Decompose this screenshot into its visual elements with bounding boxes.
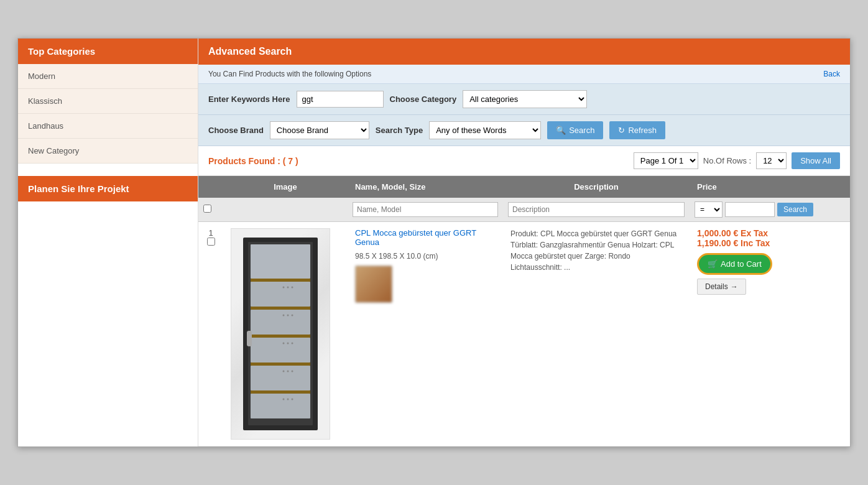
col-description: Description	[503, 176, 690, 198]
refresh-icon: ↻	[618, 126, 625, 135]
svg-point-15	[287, 287, 289, 289]
svg-point-26	[283, 399, 285, 400]
svg-rect-11	[251, 363, 310, 366]
product-number-cell: 1	[198, 222, 223, 446]
svg-point-18	[287, 315, 289, 316]
brand-label: Choose Brand	[208, 126, 264, 135]
content-area: Advanced Search You Can Find Products wi…	[198, 39, 850, 446]
svg-rect-4	[251, 310, 310, 335]
search-type-label: Search Type	[376, 126, 423, 135]
product-checkbox[interactable]	[207, 238, 215, 246]
rows-label: No.Of Rows :	[703, 156, 751, 165]
products-found: Products Found : ( 7 )	[208, 156, 298, 166]
svg-point-28	[292, 399, 293, 400]
svg-point-23	[283, 371, 285, 372]
door-illustration	[237, 234, 324, 433]
svg-rect-13	[247, 331, 252, 346]
svg-rect-12	[251, 390, 310, 394]
page-select[interactable]: Page 1 Of 1	[634, 152, 698, 169]
results-controls: Page 1 Of 1 No.Of Rows : 12 24 48 96 Sho…	[634, 152, 840, 169]
product-name-cell: CPL Mocca gebürstet quer GGRT Genua 98.5…	[348, 222, 503, 446]
cart-icon: 🛒	[708, 259, 718, 269]
top-categories-label: Top Categories	[28, 46, 95, 57]
product-thumbnail	[355, 266, 392, 303]
product-size: 98.5 X 198.5 X 10.0 (cm)	[355, 252, 496, 261]
product-number: 1	[208, 228, 213, 238]
price-inc-tax: 1,190.00 € Inc Tax	[697, 238, 843, 248]
svg-point-16	[292, 287, 293, 289]
details-button[interactable]: Details →	[697, 279, 746, 295]
show-all-button[interactable]: Show All	[792, 152, 840, 169]
svg-rect-7	[251, 394, 310, 418]
page-wrapper: Top Categories Modern Klassisch Landhaus…	[17, 38, 851, 447]
main-layout: Top Categories Modern Klassisch Landhaus…	[18, 39, 850, 446]
search-type-select[interactable]: Any of these Words All of these Words Ex…	[429, 121, 541, 139]
price-value-input[interactable]	[725, 202, 775, 217]
filter-row: = < > <= >= Search	[198, 198, 850, 222]
svg-rect-2	[251, 244, 310, 279]
col-price: Price	[690, 176, 850, 198]
refresh-button[interactable]: ↻ Refresh	[609, 121, 665, 139]
keywords-input[interactable]	[297, 91, 384, 108]
sidebar-item-new-category[interactable]: New Category	[18, 139, 198, 164]
product-desc-cell: Produkt: CPL Mocca gebürstet quer GGRT G…	[503, 222, 690, 446]
col-image: Image	[223, 176, 348, 198]
svg-point-17	[283, 315, 285, 316]
svg-point-14	[283, 287, 285, 289]
filter-name-cell	[348, 198, 503, 222]
filter-desc-input[interactable]	[508, 202, 685, 217]
svg-rect-10	[251, 335, 310, 338]
svg-point-25	[292, 371, 293, 372]
filter-desc-cell	[503, 198, 690, 222]
product-image-cell	[223, 222, 348, 446]
rows-select[interactable]: 12 24 48 96	[756, 152, 787, 169]
search-description-text: You Can Find Products with the following…	[208, 70, 371, 78]
filter-name-input[interactable]	[353, 202, 498, 217]
product-price-cell: 1,000.00 € Ex Tax 1,190.00 € Inc Tax 🛒 A…	[690, 222, 850, 446]
price-search-button[interactable]: Search	[777, 203, 813, 216]
filter-checkbox-cell	[198, 198, 223, 222]
arrow-right-icon: →	[731, 282, 738, 291]
svg-point-19	[292, 315, 293, 316]
brand-select[interactable]: Choose Brand	[270, 121, 369, 139]
col-checkbox	[198, 176, 223, 198]
svg-rect-6	[251, 366, 310, 390]
price-ex-tax: 1,000.00 € Ex Tax	[697, 228, 843, 238]
filter-price-cell: = < > <= >= Search	[690, 198, 850, 222]
sidebar-item-klassisch[interactable]: Klassisch	[18, 89, 198, 114]
back-link[interactable]: Back	[823, 70, 840, 78]
product-image	[231, 228, 330, 440]
content-header: Advanced Search	[198, 39, 850, 65]
sidebar-project: Planen Sie Ihre Projekt	[18, 176, 198, 201]
svg-rect-3	[251, 282, 310, 307]
keywords-label: Enter Keywords Here	[208, 95, 290, 104]
select-all-checkbox[interactable]	[203, 205, 211, 213]
svg-rect-8	[251, 279, 310, 282]
products-table: Image Name, Model, Size Description Pric…	[198, 176, 850, 446]
filter-image-cell	[223, 198, 348, 222]
category-label: Choose Category	[390, 95, 457, 104]
sidebar-item-modern[interactable]: Modern	[18, 64, 198, 89]
page-title: Advanced Search	[208, 46, 292, 57]
search-row-2: Choose Brand Choose Brand Search Type An…	[198, 115, 850, 146]
price-operator-select[interactable]: = < > <= >=	[695, 201, 723, 218]
add-to-cart-button[interactable]: 🛒 Add to Cart	[697, 253, 772, 275]
table-row: 1	[198, 222, 850, 446]
results-bar: Products Found : ( 7 ) Page 1 Of 1 No.Of…	[198, 146, 850, 176]
product-description: Produkt: CPL Mocca gebürstet quer GGRT G…	[510, 228, 682, 273]
svg-point-27	[287, 399, 289, 400]
svg-rect-9	[251, 307, 310, 310]
search-description-bar: You Can Find Products with the following…	[198, 65, 850, 84]
col-name: Name, Model, Size	[348, 176, 503, 198]
price-filter: = < > <= >= Search	[695, 201, 845, 218]
category-select[interactable]: All categories Modern Klassisch Landhaus…	[463, 90, 587, 108]
search-icon: 🔍	[556, 126, 566, 135]
svg-point-21	[287, 343, 289, 344]
svg-point-22	[292, 343, 293, 344]
sidebar-item-landhaus[interactable]: Landhaus	[18, 114, 198, 139]
search-button[interactable]: 🔍 Search	[547, 121, 603, 139]
sidebar: Top Categories Modern Klassisch Landhaus…	[18, 39, 198, 446]
sidebar-header: Top Categories	[18, 39, 198, 64]
search-row-1: Enter Keywords Here Choose Category All …	[198, 84, 850, 115]
product-link[interactable]: CPL Mocca gebürstet quer GGRT Genua	[355, 228, 496, 247]
